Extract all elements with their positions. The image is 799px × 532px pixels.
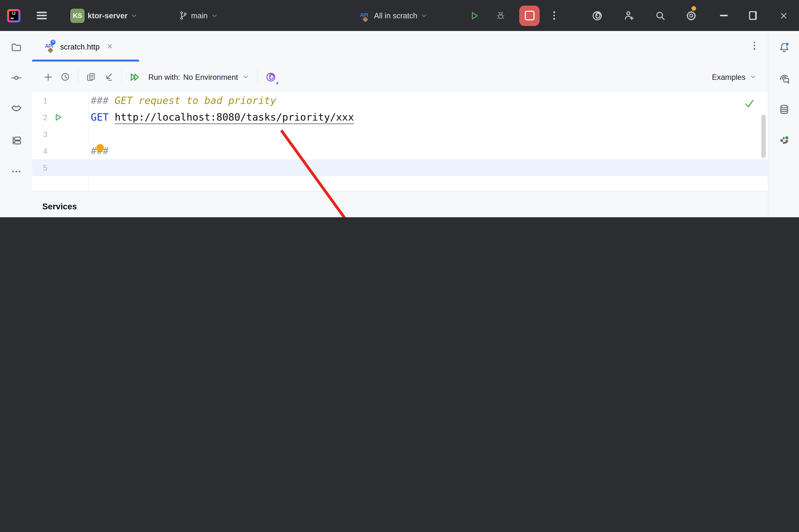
more-tool-windows-button[interactable] (11, 166, 22, 177)
stop-icon (525, 11, 534, 20)
run-config-name: All in scratch (374, 11, 417, 20)
environment-selector[interactable]: No Environment (183, 73, 249, 81)
run-configuration-selector[interactable]: API All in scratch (360, 0, 428, 31)
vcs-branch-widget[interactable]: main (178, 0, 218, 31)
request-url[interactable]: http://localhost:8080/tasks/priority/xxx (115, 111, 354, 124)
history-button[interactable] (57, 68, 74, 86)
add-user-icon (623, 10, 635, 21)
dropdown-caret (276, 81, 278, 84)
http-scratch-file-icon: API (45, 41, 56, 52)
settings-notification-dot (691, 6, 696, 11)
debug-bug-icon (495, 10, 506, 21)
toolbar-separator (78, 69, 78, 85)
project-tool-button[interactable] (11, 42, 22, 53)
bell-icon (778, 41, 790, 53)
more-run-options-button[interactable] (553, 0, 555, 31)
chevron-down-icon (211, 12, 218, 19)
gear-icon (685, 10, 697, 21)
line-number: 4 (32, 142, 47, 159)
stop-button[interactable] (519, 0, 540, 31)
main-menu-button[interactable] (37, 0, 47, 31)
import-requests-button[interactable] (100, 68, 117, 86)
commit-icon (11, 72, 22, 83)
restore-icon (749, 11, 757, 20)
search-icon (655, 10, 666, 21)
comment-text: GET request to bad priority (115, 95, 276, 107)
run-button[interactable] (469, 0, 479, 31)
http-request-api-icon: API (360, 10, 371, 21)
caret-line-highlight (32, 159, 768, 176)
ai-assistant-button[interactable] (591, 0, 603, 31)
scratch-marker-dot (96, 144, 104, 152)
minimize-icon (720, 15, 728, 16)
chevron-down-icon (131, 12, 138, 19)
add-request-button[interactable] (39, 68, 57, 86)
close-icon (780, 12, 788, 20)
line-number: 1 (32, 92, 47, 109)
restore-button[interactable] (749, 0, 757, 31)
http-method: GET (91, 111, 115, 123)
toolbar-separator (257, 69, 258, 85)
project-name: ktor-server (88, 11, 128, 20)
line-number: 5 (32, 159, 47, 176)
ide-window: IJ KS ktor-server main API All in scratc… (0, 0, 799, 217)
ai-assistant-chat-button[interactable] (778, 73, 790, 85)
run-icon (54, 113, 63, 122)
chevron-down-icon (420, 12, 428, 19)
right-tool-stripe (768, 31, 799, 217)
notifications-button[interactable] (778, 41, 790, 53)
project-badge: KS (70, 8, 85, 23)
services-panel-header: Services (32, 191, 768, 217)
tab-close-icon[interactable]: ✕ (107, 42, 113, 50)
structure-tool-button[interactable] (10, 135, 22, 146)
database-icon (778, 103, 790, 115)
search-everywhere-button[interactable] (655, 0, 666, 31)
more-dots-icon (11, 166, 22, 177)
import-arrow-icon (104, 72, 114, 82)
gutter-run-request-button[interactable] (54, 113, 63, 122)
left-tool-stripe (0, 31, 33, 217)
copy-icon (86, 72, 96, 82)
debug-button[interactable] (495, 0, 506, 31)
code-line-1: ### GET request to bad priority (91, 92, 276, 109)
pull-requests-tool-button[interactable] (10, 103, 22, 115)
ai-convert-button[interactable] (262, 68, 279, 86)
vcs-shape-icon (10, 103, 22, 115)
active-tab-indicator (32, 60, 139, 62)
editor-tab-bar: API scratch.http ✕ (32, 31, 768, 62)
tab-scratch-http[interactable]: API scratch.http ✕ (32, 31, 139, 61)
minimize-button[interactable] (720, 0, 728, 31)
line-number: 3 (32, 126, 47, 142)
database-button[interactable] (778, 103, 790, 115)
editor-scrollbar[interactable] (761, 115, 766, 158)
commit-tool-button[interactable] (11, 72, 22, 83)
ai-spiral-icon (265, 71, 276, 83)
comment-hashes: ### (91, 95, 115, 107)
project-widget[interactable]: KS ktor-server (70, 0, 138, 31)
environment-value: No Environment (183, 73, 238, 81)
gutter-separator (88, 92, 89, 191)
line-number: 2 (32, 109, 47, 126)
chevron-down-icon (242, 73, 249, 80)
tab-options-button[interactable] (753, 40, 755, 51)
app-logo: IJ (7, 0, 20, 31)
toolbar-separator (121, 69, 122, 85)
code-with-me-button[interactable] (623, 0, 635, 31)
kebab-icon (553, 10, 555, 21)
copy-request-button[interactable] (83, 68, 100, 86)
inspection-status-ok[interactable] (744, 98, 755, 109)
code-editor[interactable]: 1 2 3 4 5 ### GET request to bad priorit… (32, 92, 768, 191)
close-button[interactable] (780, 0, 788, 31)
examples-dropdown[interactable]: Examples (712, 73, 757, 81)
examples-label: Examples (712, 73, 746, 81)
plus-icon (43, 72, 53, 82)
ai-chat-icon (778, 73, 790, 85)
structure-icon (10, 135, 22, 146)
title-bar: IJ KS ktor-server main API All in scratc… (0, 0, 799, 31)
settings-button[interactable] (685, 0, 697, 31)
run-all-requests-button[interactable] (126, 68, 143, 86)
build-tool-plugin-button[interactable] (778, 134, 790, 147)
folder-icon (11, 42, 22, 53)
checkmark-icon (744, 98, 755, 109)
tab-label: scratch.http (60, 42, 100, 51)
